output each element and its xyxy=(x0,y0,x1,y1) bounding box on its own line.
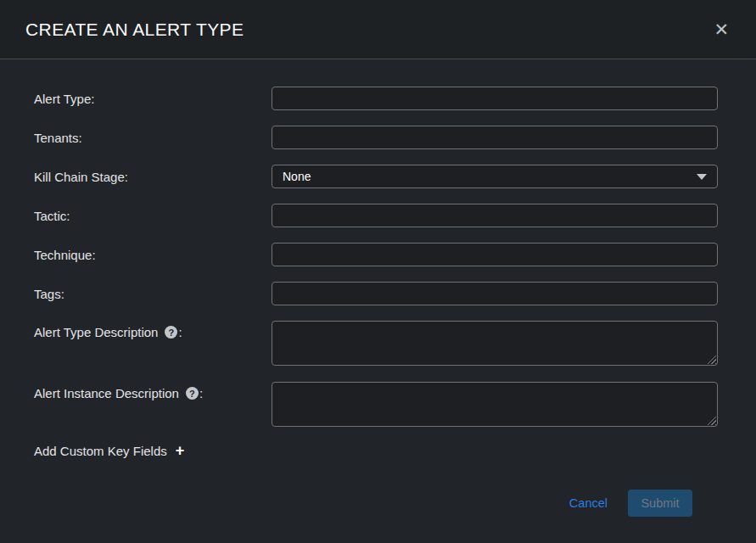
alert-type-description-label: Alert Type Description ? : xyxy=(34,321,272,339)
alert-instance-description-textarea[interactable] xyxy=(272,382,718,427)
form-row-alert-type: Alert Type: xyxy=(34,87,718,110)
submit-button[interactable]: Submit xyxy=(628,490,692,517)
alert-instance-description-label-suffix: : xyxy=(199,386,203,400)
close-icon[interactable]: ✕ xyxy=(710,19,732,40)
help-icon[interactable]: ? xyxy=(186,387,199,400)
form-row-alert-instance-description: Alert Instance Description ? : xyxy=(34,382,718,427)
form-row-tags: Tags: xyxy=(34,282,718,305)
technique-label: Technique: xyxy=(34,248,272,262)
tenants-input[interactable] xyxy=(272,126,718,149)
help-icon[interactable]: ? xyxy=(165,326,177,339)
technique-input[interactable] xyxy=(272,243,718,266)
tenants-label: Tenants: xyxy=(34,131,272,145)
form-row-alert-type-description: Alert Type Description ? : xyxy=(34,321,718,366)
modal-footer: Cancel Submit xyxy=(34,490,718,517)
modal-header: CREATE AN ALERT TYPE ✕ xyxy=(0,0,756,59)
add-icon[interactable]: + xyxy=(176,443,185,458)
alert-type-description-label-suffix: : xyxy=(178,325,182,339)
page-title: CREATE AN ALERT TYPE xyxy=(25,20,244,40)
form-row-technique: Technique: xyxy=(34,243,718,266)
alert-type-label: Alert Type: xyxy=(34,92,272,106)
alert-instance-description-label-text: Alert Instance Description xyxy=(34,386,179,400)
tags-input[interactable] xyxy=(272,282,718,305)
form-row-tenants: Tenants: xyxy=(34,126,718,149)
kill-chain-stage-select[interactable]: None xyxy=(272,165,718,188)
form-row-tactic: Tactic: xyxy=(34,204,718,227)
alert-instance-description-label: Alert Instance Description ? : xyxy=(34,382,272,400)
cancel-button[interactable]: Cancel xyxy=(569,496,608,510)
tags-label: Tags: xyxy=(34,287,272,301)
modal-body: Alert Type: Tenants: Kill Chain Stage: N… xyxy=(0,59,756,543)
add-custom-key-fields: Add Custom Key Fields + xyxy=(34,443,718,458)
kill-chain-stage-selected-value: None xyxy=(283,170,311,183)
chevron-down-icon xyxy=(697,174,707,180)
alert-type-input[interactable] xyxy=(272,87,718,110)
add-custom-key-fields-label: Add Custom Key Fields xyxy=(34,444,167,458)
create-alert-type-modal: CREATE AN ALERT TYPE ✕ Alert Type: Tenan… xyxy=(0,0,756,543)
form-row-kill-chain-stage: Kill Chain Stage: None xyxy=(34,165,718,188)
alert-type-description-textarea[interactable] xyxy=(272,321,718,366)
alert-type-description-label-text: Alert Type Description xyxy=(34,325,158,339)
tactic-input[interactable] xyxy=(272,204,718,227)
kill-chain-stage-label: Kill Chain Stage: xyxy=(34,170,272,184)
tactic-label: Tactic: xyxy=(34,209,272,223)
